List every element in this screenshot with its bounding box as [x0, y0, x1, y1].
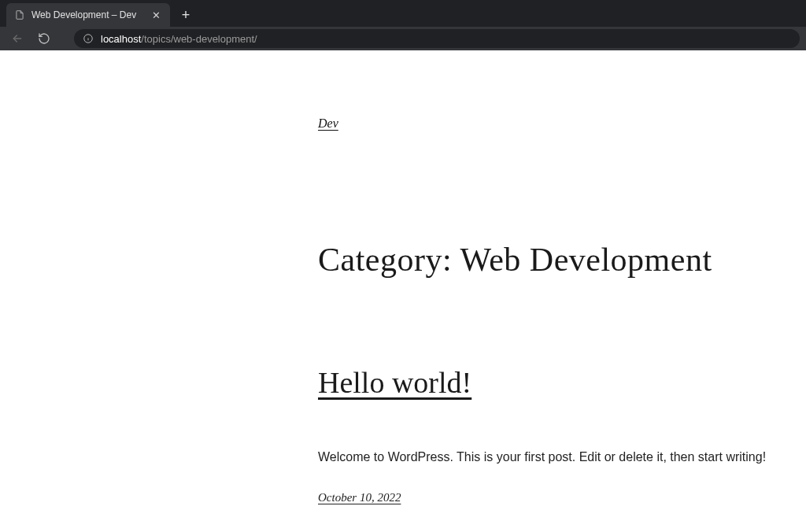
- post-excerpt: Welcome to WordPress. This is your first…: [318, 450, 806, 464]
- url-text: localhost/topics/web-development/: [101, 33, 257, 45]
- back-button[interactable]: [6, 29, 28, 48]
- site-info-icon[interactable]: [82, 32, 94, 45]
- category-heading-prefix: Category:: [318, 242, 460, 278]
- post-date-link[interactable]: October 10, 2022: [318, 491, 401, 504]
- browser-toolbar: localhost/topics/web-development/: [0, 27, 806, 50]
- reload-button[interactable]: [33, 29, 55, 48]
- category-heading: Category: Web Development: [318, 241, 806, 279]
- site-title-link[interactable]: Dev: [318, 116, 338, 131]
- page-content: Dev Category: Web Development Hello worl…: [318, 50, 806, 504]
- page-viewport: Dev Category: Web Development Hello worl…: [0, 50, 806, 532]
- category-name: Web Development: [460, 242, 712, 278]
- address-bar[interactable]: localhost/topics/web-development/: [74, 29, 800, 48]
- tab-strip: Web Development – Dev ✕ +: [0, 0, 806, 27]
- tab-title: Web Development – Dev: [31, 9, 143, 20]
- page-icon: [14, 9, 25, 20]
- new-tab-button[interactable]: +: [175, 4, 197, 26]
- close-icon[interactable]: ✕: [150, 9, 162, 21]
- url-path: /topics/web-development/: [141, 33, 257, 45]
- browser-chrome: Web Development – Dev ✕ + localhost/topi…: [0, 0, 806, 50]
- browser-tab[interactable]: Web Development – Dev ✕: [6, 3, 170, 27]
- post-title-link[interactable]: Hello world!: [318, 365, 471, 400]
- url-host: localhost: [101, 33, 141, 45]
